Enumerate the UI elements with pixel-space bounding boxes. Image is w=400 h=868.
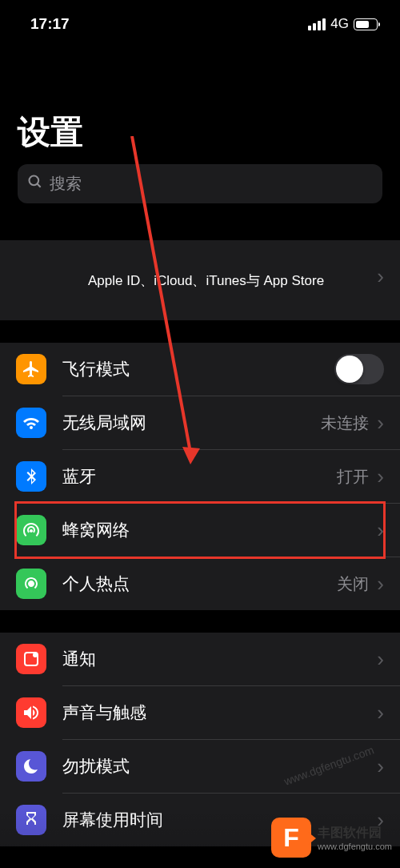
search-input[interactable]: 搜索: [18, 164, 382, 203]
page-title: 设置: [0, 40, 400, 164]
row-label: 个人热点: [62, 573, 337, 595]
watermark-url: www.dgfengtu.com: [318, 842, 392, 851]
search-placeholder: 搜索: [50, 173, 82, 195]
notification-icon: [16, 644, 46, 674]
watermark-logo-icon: F: [271, 818, 311, 858]
hotspot-icon: [16, 569, 46, 599]
row-label: 声音与触感: [62, 701, 377, 724]
apple-id-label: Apple ID、iCloud、iTunes与 App Store: [16, 271, 324, 290]
svg-point-3: [33, 653, 38, 657]
row-bluetooth[interactable]: 蓝牙 打开 ›: [0, 450, 400, 503]
chevron-right-icon: ›: [377, 411, 384, 436]
airplane-icon: [16, 354, 46, 384]
moon-icon: [16, 751, 46, 782]
row-sounds[interactable]: 声音与触感 ›: [0, 686, 400, 739]
chevron-right-icon: ›: [377, 572, 384, 597]
chevron-right-icon: ›: [377, 264, 384, 289]
row-label: 飞行模式: [62, 358, 334, 380]
row-label: 无线局域网: [62, 412, 321, 434]
watermark-title: 丰图软件园: [318, 825, 392, 842]
chevron-right-icon: ›: [377, 647, 384, 672]
row-dnd[interactable]: 勿扰模式 ›: [0, 740, 400, 793]
row-label: 勿扰模式: [62, 755, 377, 778]
row-label: 蜂窝网络: [62, 519, 377, 541]
bluetooth-icon: [16, 461, 46, 492]
sound-icon: [16, 697, 46, 728]
airplane-toggle[interactable]: [334, 354, 384, 384]
battery-icon: [354, 18, 378, 30]
row-value: 关闭: [337, 573, 369, 595]
signal-icon: [308, 18, 326, 30]
row-wifi[interactable]: 无线局域网 未连接 ›: [0, 396, 400, 449]
svg-line-1: [38, 184, 41, 187]
chevron-right-icon: ›: [377, 701, 384, 725]
wifi-icon: [16, 408, 46, 438]
chevron-right-icon: ›: [377, 464, 384, 489]
status-bar: 17:17 4G: [0, 0, 400, 40]
network-type: 4G: [330, 16, 349, 32]
svg-point-0: [30, 176, 39, 186]
status-indicators: 4G: [308, 16, 378, 32]
search-icon: [27, 174, 43, 194]
apple-id-row[interactable]: Apple ID、iCloud、iTunes与 App Store ›: [0, 240, 400, 320]
row-notifications[interactable]: 通知 ›: [0, 633, 400, 685]
row-cellular[interactable]: 蜂窝网络 ›: [0, 504, 400, 557]
row-value: 未连接: [321, 412, 369, 434]
cellular-icon: [16, 515, 46, 545]
row-hotspot[interactable]: 个人热点 关闭 ›: [0, 557, 400, 610]
row-label: 蓝牙: [62, 465, 337, 488]
row-airplane-mode[interactable]: 飞行模式: [0, 343, 400, 396]
row-value: 打开: [337, 466, 369, 488]
row-label: 通知: [62, 648, 377, 670]
status-time: 17:17: [30, 15, 70, 33]
watermark-footer: F 丰图软件园 www.dgfengtu.com: [0, 807, 400, 868]
chevron-right-icon: ›: [377, 518, 384, 543]
chevron-right-icon: ›: [377, 754, 384, 779]
